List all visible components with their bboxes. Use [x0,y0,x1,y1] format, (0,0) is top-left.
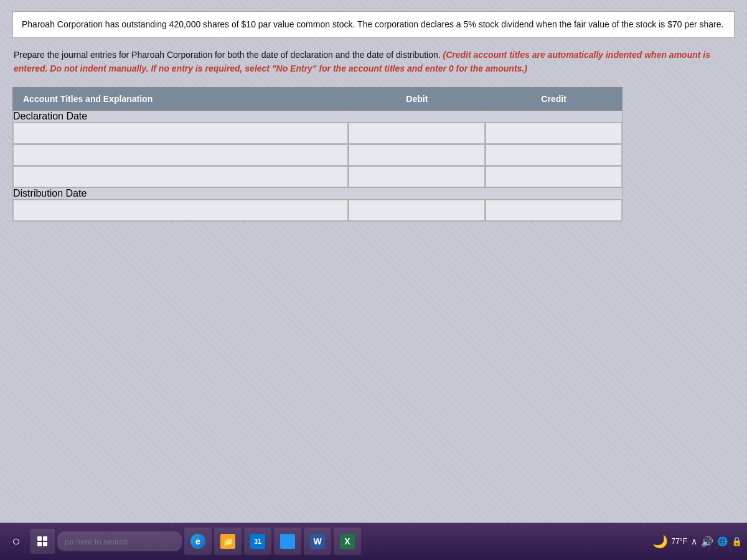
declaration-debit-1-cell[interactable] [349,122,486,144]
declaration-account-3-input[interactable] [13,166,348,187]
svg-rect-2 [37,542,42,546]
main-content: Pharoah Corporation has outstanding 420,… [0,0,747,523]
declaration-row-1[interactable] [13,122,622,144]
weather-temp: 77°F [672,537,687,546]
declaration-account-2-cell[interactable] [13,144,349,166]
search-bar[interactable] [57,531,182,551]
distribution-account-1-cell[interactable] [13,199,349,221]
declaration-credit-3-cell[interactable] [486,166,622,187]
app-icon-1[interactable] [274,528,301,555]
search-input[interactable] [65,537,164,546]
journal-table: Account Titles and Explanation Debit Cre… [12,87,622,222]
taskbar-icons: e 📁 31 W X [184,528,361,555]
declaration-row-3[interactable] [13,166,622,187]
weather-icon: 🌙 [652,534,668,549]
declaration-account-3-cell[interactable] [13,166,349,187]
col-header-account: Account Titles and Explanation [13,87,349,110]
declaration-date-label: Declaration Date [13,111,87,121]
distribution-date-header-row: Distribution Date [13,187,622,199]
instructions-normal: Prepare the journal entries for Pharoah … [14,50,443,60]
instructions: Prepare the journal entries for Pharoah … [12,48,735,76]
declaration-date-header-row: Declaration Date [13,110,622,122]
calendar-icon[interactable]: 31 [244,528,271,555]
task-view-button[interactable] [30,529,55,554]
declaration-credit-2-cell[interactable] [486,144,622,166]
start-button[interactable] [5,530,27,553]
distribution-debit-1-cell[interactable] [349,199,486,221]
declaration-account-1-cell[interactable] [13,122,349,144]
distribution-account-1-input[interactable] [13,200,348,221]
distribution-debit-1-input[interactable] [349,200,485,221]
declaration-debit-3-cell[interactable] [349,166,486,187]
declaration-debit-2-cell[interactable] [349,144,486,166]
declaration-credit-1-input[interactable] [486,123,622,144]
declaration-account-2-input[interactable] [13,144,348,166]
svg-rect-3 [43,542,47,546]
distribution-date-label: Distribution Date [13,188,87,198]
taskbar-chevron-up[interactable]: ∧ [691,536,697,546]
declaration-credit-3-input[interactable] [486,166,622,187]
file-explorer-icon[interactable]: 📁 [214,528,242,555]
declaration-credit-2-input[interactable] [486,144,622,166]
svg-rect-0 [37,536,42,541]
declaration-account-1-input[interactable] [13,123,348,144]
word-icon[interactable]: W [304,528,331,555]
problem-text-box: Pharoah Corporation has outstanding 420,… [12,11,735,38]
volume-icon[interactable]: 🔊 [701,536,713,548]
taskbar-extra-icons: 🔒 [731,536,742,546]
col-header-credit: Credit [486,87,622,110]
declaration-debit-3-input[interactable] [349,166,485,187]
taskbar: e 📁 31 W X [0,523,747,560]
distribution-credit-1-input[interactable] [486,200,622,221]
declaration-credit-1-cell[interactable] [486,122,622,144]
network-icon[interactable]: 🌐 [717,536,728,546]
declaration-debit-1-input[interactable] [349,123,485,144]
svg-rect-1 [43,536,47,541]
problem-text: Pharoah Corporation has outstanding 420,… [22,19,723,29]
excel-icon[interactable]: X [334,528,361,555]
edge-icon[interactable]: e [184,528,212,555]
distribution-credit-1-cell[interactable] [486,199,622,221]
taskbar-right: 🌙 77°F ∧ 🔊 🌐 🔒 [652,534,742,549]
col-header-debit: Debit [349,87,486,110]
declaration-row-2[interactable] [13,144,622,166]
declaration-debit-2-input[interactable] [349,144,485,166]
distribution-row-1[interactable] [13,199,622,221]
